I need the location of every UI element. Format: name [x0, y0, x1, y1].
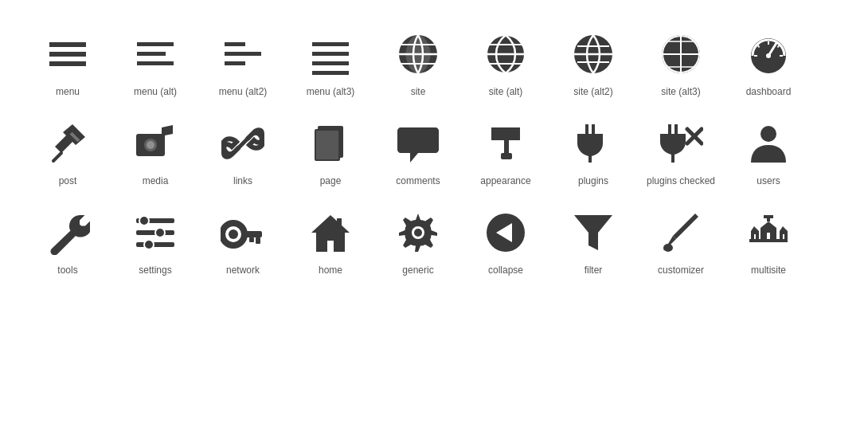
links-icon-cell: links [199, 105, 287, 194]
appearance-label: appearance [480, 175, 530, 186]
menu-alt-icon-cell: menu (alt) [111, 16, 199, 105]
svg-point-44 [760, 126, 776, 142]
settings-icon [131, 209, 179, 257]
site-label: site [411, 86, 426, 97]
plugins-icon-cell: plugins [549, 105, 637, 194]
media-icon [131, 120, 179, 167]
svg-point-35 [147, 141, 154, 149]
network-label: network [226, 265, 260, 276]
site-alt-icon [482, 30, 530, 78]
tools-label: tools [57, 265, 77, 276]
page-icon [307, 120, 354, 167]
network-icon [219, 209, 267, 257]
svg-rect-8 [225, 61, 245, 65]
comments-icon-cell: comments [374, 105, 462, 194]
settings-label: settings [139, 265, 171, 276]
appearance-icon [482, 120, 530, 167]
generic-icon-cell: generic [374, 194, 462, 284]
site-alt-label: site (alt) [489, 86, 523, 97]
post-label: post [59, 175, 77, 186]
menu-alt-label: menu (alt) [134, 86, 177, 97]
svg-rect-40 [504, 140, 509, 153]
site-alt2-icon [569, 30, 617, 78]
menu-icon-cell: menu [24, 16, 111, 105]
links-icon [219, 120, 267, 167]
svg-point-48 [139, 216, 149, 225]
menu-alt3-icon [307, 30, 354, 78]
site-alt2-icon-cell: site (alt2) [549, 16, 637, 105]
page-icon-cell: page [287, 105, 374, 194]
svg-rect-11 [312, 61, 349, 65]
svg-rect-2 [49, 61, 86, 66]
customizer-icon-cell: customizer [637, 194, 725, 284]
svg-rect-62 [749, 239, 788, 242]
filter-icon-cell: filter [549, 194, 637, 284]
svg-rect-56 [337, 218, 342, 228]
home-icon [307, 209, 354, 257]
customizer-label: customizer [658, 265, 704, 276]
plugins-checked-icon [657, 120, 705, 167]
tools-icon-cell: tools [24, 194, 111, 284]
multisite-label: multisite [751, 265, 786, 276]
site-alt-icon-cell: site (alt) [462, 16, 549, 105]
site-alt2-label: site (alt2) [573, 86, 612, 97]
page-label: page [320, 175, 342, 186]
dashboard-label: dashboard [746, 86, 792, 97]
svg-rect-7 [225, 52, 261, 56]
settings-icon-cell: settings [111, 194, 199, 284]
appearance-icon-cell: appearance [462, 105, 549, 194]
dashboard-icon-cell: dashboard [725, 16, 812, 105]
comments-label: comments [396, 175, 440, 186]
svg-point-26 [766, 53, 771, 58]
menu-alt2-icon [219, 30, 267, 78]
site-alt3-label: site (alt3) [661, 86, 700, 97]
menu-alt2-label: menu (alt2) [219, 86, 268, 97]
filter-icon [569, 209, 617, 257]
svg-rect-55 [249, 237, 254, 242]
collapse-label: collapse [488, 265, 523, 276]
site-icon-cell: site [374, 16, 462, 105]
plugins-checked-label: plugins checked [647, 175, 715, 186]
filter-label: filter [585, 265, 603, 276]
collapse-icon-cell: collapse [462, 194, 549, 284]
svg-point-58 [414, 229, 422, 237]
svg-rect-6 [225, 42, 245, 46]
collapse-icon [482, 209, 530, 257]
svg-rect-4 [137, 52, 166, 56]
post-icon-cell: post [24, 105, 111, 194]
generic-label: generic [402, 265, 433, 276]
users-icon-cell: users [725, 105, 812, 194]
svg-rect-64 [764, 215, 773, 218]
multisite-icon-cell: multisite [725, 194, 812, 284]
svg-point-52 [229, 229, 238, 239]
svg-line-36 [237, 137, 249, 150]
menu-alt2-icon-cell: menu (alt2) [199, 16, 287, 105]
customizer-icon [657, 209, 705, 257]
svg-rect-12 [312, 71, 349, 75]
media-icon-cell: media [111, 105, 199, 194]
site-icon [394, 30, 442, 78]
svg-rect-3 [137, 42, 174, 46]
multisite-icon [745, 209, 792, 257]
svg-rect-41 [501, 153, 512, 159]
home-icon-cell: home [287, 194, 374, 284]
menu-icon [44, 30, 92, 78]
comments-icon [394, 120, 442, 167]
svg-rect-39 [316, 131, 338, 159]
svg-point-49 [155, 228, 165, 237]
menu-label: menu [56, 86, 80, 97]
svg-rect-47 [136, 242, 174, 247]
svg-rect-9 [312, 42, 349, 46]
generic-icon [394, 209, 442, 257]
menu-alt-icon [131, 30, 179, 78]
icon-grid: menu menu (alt) menu (alt2) [0, 0, 868, 300]
svg-rect-1 [49, 52, 86, 57]
site-alt3-icon-cell: site (alt3) [637, 16, 725, 105]
tools-icon [44, 209, 92, 257]
users-label: users [757, 175, 780, 186]
home-label: home [319, 265, 342, 276]
menu-alt3-icon-cell: menu (alt3) [287, 16, 374, 105]
svg-rect-5 [137, 61, 174, 65]
site-alt3-icon [657, 30, 705, 78]
dashboard-icon [745, 30, 792, 78]
